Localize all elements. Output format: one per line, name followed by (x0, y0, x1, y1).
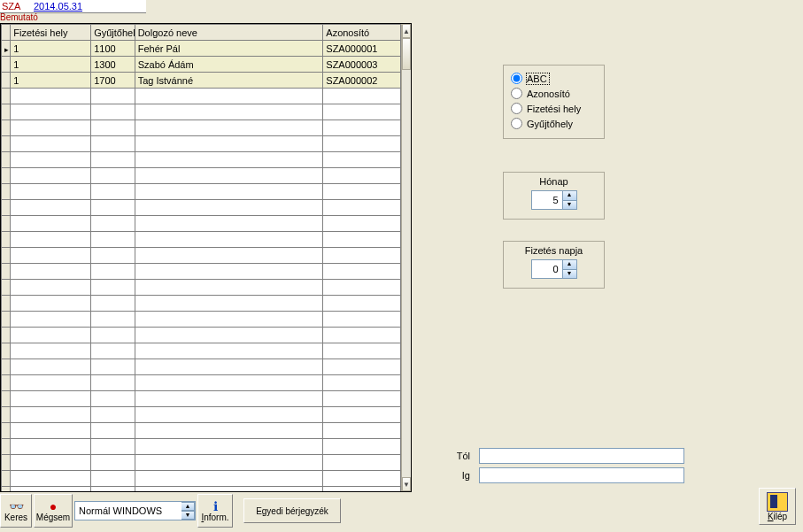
row-marker (2, 471, 11, 487)
grid-marker-col (2, 25, 11, 41)
month-input[interactable] (532, 191, 562, 209)
row-marker (2, 41, 11, 57)
month-spin-up[interactable]: ▲ (562, 191, 576, 200)
sort-radio-gyujtohely[interactable] (511, 118, 522, 129)
table-row-empty[interactable] (2, 471, 401, 487)
table-row-empty[interactable] (2, 439, 401, 455)
table-row-empty[interactable] (2, 423, 401, 439)
row-marker (2, 375, 11, 391)
grid-header-row: Fizetési hely Gyűjtőhely Dolgozó neve Az… (2, 25, 401, 41)
combo-spin-down[interactable]: ▼ (181, 511, 195, 520)
payday-spin-up[interactable]: ▲ (562, 260, 576, 269)
row-marker (2, 184, 11, 200)
table-row-empty[interactable] (2, 200, 401, 216)
range-from-input[interactable] (479, 448, 684, 464)
sort-option-gyujtohely[interactable]: Gyűjtőhely (511, 116, 597, 131)
payday-input[interactable] (532, 260, 562, 278)
table-row[interactable]: 11300Szabó ÁdámSZA000003 (2, 57, 401, 73)
binoculars-icon: 👓 (9, 500, 24, 513)
row-marker (2, 232, 11, 248)
sort-radio-azonosito[interactable] (511, 88, 522, 99)
table-row-empty[interactable] (2, 375, 401, 391)
sort-radio-abc[interactable] (511, 73, 522, 84)
scroll-thumb[interactable] (402, 38, 411, 70)
style-combo[interactable]: ▲ ▼ (74, 501, 196, 520)
table-row-empty[interactable] (2, 359, 401, 375)
table-row-empty[interactable] (2, 152, 401, 168)
scroll-down-button[interactable]: ▼ (402, 477, 411, 491)
table-row-empty[interactable] (2, 280, 401, 296)
table-row[interactable]: 11100Fehér PálSZA000001 (2, 41, 401, 57)
header-date[interactable]: 2014.05.31 (34, 1, 82, 12)
sort-option-azonosito[interactable]: Azonosító (511, 86, 597, 101)
cell-azonosito[interactable]: SZA000003 (323, 57, 401, 73)
table-row-empty[interactable] (2, 104, 401, 120)
grid-col-gyujtohely[interactable]: Gyűjtőhely (91, 25, 135, 41)
keres-button[interactable]: 👓 Keres (0, 494, 32, 528)
row-marker (2, 312, 11, 328)
employee-grid[interactable]: Fizetési hely Gyűjtőhely Dolgozó neve Az… (0, 23, 412, 492)
cell-gyujtohely[interactable]: 1300 (91, 57, 135, 73)
table-row-empty[interactable] (2, 232, 401, 248)
grid-col-dolgozoneve[interactable]: Dolgozó neve (135, 25, 323, 41)
kilep-button[interactable]: Kilép (759, 488, 796, 525)
table-row[interactable]: 11700Tag IstvánnéSZA000002 (2, 73, 401, 89)
table-row-empty[interactable] (2, 407, 401, 423)
table-row-empty[interactable] (2, 296, 401, 312)
table-row-empty[interactable] (2, 184, 401, 200)
sort-panel: ABC Azonosító Fizetési hely Gyűjtőhely (503, 65, 605, 139)
cell-fizetesihely[interactable]: 1 (11, 41, 91, 57)
grid-scrollbar[interactable]: ▲ ▼ (401, 24, 411, 491)
scroll-track[interactable] (402, 38, 411, 477)
payday-spin-down[interactable]: ▼ (562, 269, 576, 279)
range-from-row: Tól (449, 448, 684, 464)
sort-option-abc[interactable]: ABC (511, 71, 597, 86)
cell-azonosito[interactable]: SZA000002 (323, 73, 401, 89)
month-spin-down[interactable]: ▼ (562, 200, 576, 210)
egyedi-berjegyzek-button[interactable]: Egyedi bérjegyzék (243, 498, 341, 523)
row-marker (2, 328, 11, 343)
table-row-empty[interactable] (2, 455, 401, 471)
payday-field[interactable]: ▲ ▼ (531, 259, 577, 279)
row-marker (2, 439, 11, 455)
combo-spin[interactable]: ▲ ▼ (181, 502, 195, 520)
table-row-empty[interactable] (2, 343, 401, 359)
table-row-empty[interactable] (2, 248, 401, 264)
cell-gyujtohely[interactable]: 1100 (91, 41, 135, 57)
row-marker (2, 168, 11, 184)
sort-label-fizetesihely: Fizetési hely (527, 104, 581, 114)
table-row-empty[interactable] (2, 168, 401, 184)
table-row-empty[interactable] (2, 136, 401, 152)
cell-gyujtohely[interactable]: 1700 (91, 73, 135, 89)
range-to-input[interactable] (479, 467, 684, 483)
grid-col-fizetesihely[interactable]: Fizetési hely (11, 25, 91, 41)
month-field[interactable]: ▲ ▼ (531, 190, 577, 210)
cell-dolgozoneve[interactable]: Szabó Ádám (135, 57, 323, 73)
exit-door-icon (767, 492, 788, 512)
megsem-button[interactable]: ● Mégsem (34, 494, 73, 528)
cell-fizetesihely[interactable]: 1 (11, 57, 91, 73)
table-row-empty[interactable] (2, 120, 401, 136)
table-row-empty[interactable] (2, 487, 401, 492)
sort-radio-fizetesihely[interactable] (511, 103, 522, 114)
table-row-empty[interactable] (2, 89, 401, 104)
cell-fizetesihely[interactable]: 1 (11, 73, 91, 89)
cell-dolgozoneve[interactable]: Tag Istvánné (135, 73, 323, 89)
egyedi-label: Egyedi bérjegyzék (256, 506, 328, 516)
inform-button[interactable]: ℹ Inform. (197, 494, 233, 528)
scroll-up-button[interactable]: ▲ (402, 24, 411, 38)
table-row-empty[interactable] (2, 391, 401, 407)
row-marker (2, 57, 11, 73)
grid-col-azonosito[interactable]: Azonosító (323, 25, 401, 41)
cell-azonosito[interactable]: SZA000001 (323, 41, 401, 57)
combo-spin-up[interactable]: ▲ (181, 502, 195, 511)
sort-option-fizetesihely[interactable]: Fizetési hely (511, 101, 597, 116)
table-row-empty[interactable] (2, 328, 401, 343)
cell-dolgozoneve[interactable]: Fehér Pál (135, 41, 323, 57)
sort-label-azonosito: Azonosító (527, 89, 570, 99)
table-row-empty[interactable] (2, 312, 401, 328)
table-row-empty[interactable] (2, 264, 401, 280)
table-row-empty[interactable] (2, 216, 401, 232)
month-label: Hónap (504, 176, 604, 187)
style-combo-input[interactable] (75, 505, 181, 516)
